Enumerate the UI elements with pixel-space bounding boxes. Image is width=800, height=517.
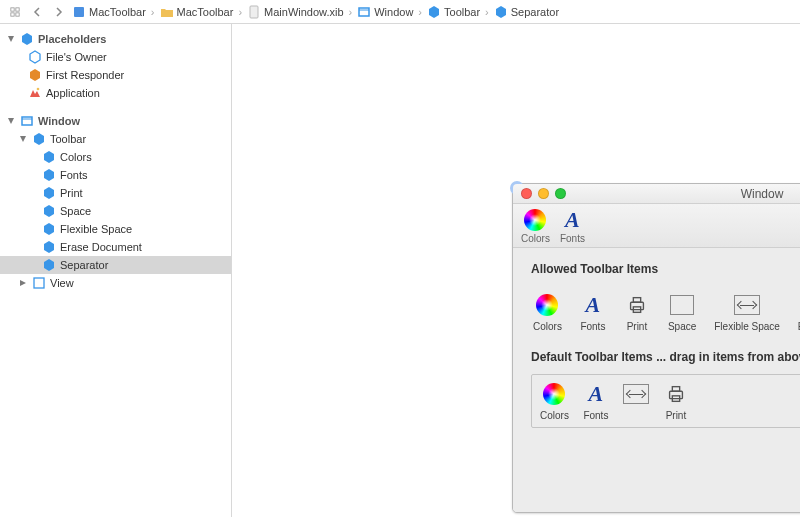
file-icon — [247, 5, 261, 19]
outline-fonts[interactable]: Fonts — [0, 166, 231, 184]
svg-rect-9 — [22, 117, 32, 125]
ib-canvas[interactable]: × Window Colors AFonts Print — [232, 24, 800, 517]
outline-first-responder[interactable]: First Responder — [0, 66, 231, 84]
back-button[interactable] — [28, 3, 46, 21]
disclosure-triangle-icon[interactable] — [18, 278, 28, 288]
default-title: Default Toolbar Items ... drag in items … — [531, 350, 800, 364]
disclosure-triangle-icon[interactable] — [18, 134, 28, 144]
cube-icon — [494, 5, 508, 19]
outline-view[interactable]: View — [0, 274, 231, 292]
traffic-lights — [521, 188, 566, 199]
document-outline: Placeholders File's Owner First Responde… — [0, 24, 232, 517]
cube-icon — [42, 186, 56, 200]
svg-rect-1 — [16, 7, 19, 10]
toolbar-fonts[interactable]: AFonts — [560, 208, 585, 244]
printer-icon — [624, 292, 650, 318]
allowed-title: Allowed Toolbar Items — [531, 262, 800, 276]
crumb-window[interactable]: Window — [357, 5, 413, 19]
related-items-icon[interactable] — [6, 3, 24, 21]
cube-icon — [42, 222, 56, 236]
default-fonts[interactable]: AFonts — [583, 381, 609, 421]
outline-colors[interactable]: Colors — [0, 148, 231, 166]
default-flexible-space[interactable] — [623, 381, 649, 421]
forward-button[interactable] — [50, 3, 68, 21]
cube-icon — [42, 150, 56, 164]
fonts-a-icon: A — [586, 292, 601, 318]
view-icon — [32, 276, 46, 290]
chevron-right-icon: › — [149, 6, 157, 18]
outline-separator[interactable]: Separator — [0, 256, 231, 274]
outline-application[interactable]: Application — [0, 84, 231, 102]
allowed-items-row: Colors AFonts Print Space Flexible Space… — [531, 286, 800, 340]
crumb-xib[interactable]: MainWindow.xib — [247, 5, 343, 19]
space-box-icon — [670, 295, 694, 315]
flexible-space-icon — [623, 384, 649, 404]
default-items-box[interactable]: Colors AFonts Print — [531, 374, 800, 428]
svg-rect-2 — [11, 12, 14, 15]
svg-point-8 — [37, 88, 40, 91]
cube-icon — [42, 168, 56, 182]
cube-outline-icon — [28, 50, 42, 64]
fonts-a-icon: A — [589, 381, 604, 407]
disclosure-triangle-icon[interactable] — [6, 34, 16, 44]
folder-icon — [160, 5, 174, 19]
printer-icon — [663, 381, 689, 407]
cube-icon — [427, 5, 441, 19]
project-icon — [72, 5, 86, 19]
svg-rect-23 — [669, 391, 682, 398]
window-icon — [20, 114, 34, 128]
toolbar-config-sheet: Allowed Toolbar Items Colors AFonts Prin… — [513, 248, 800, 512]
default-print[interactable]: Print — [663, 381, 689, 421]
cube-icon — [42, 258, 56, 272]
allowed-space[interactable]: Space — [668, 292, 696, 332]
placeholders-header[interactable]: Placeholders — [0, 30, 231, 48]
svg-rect-0 — [11, 7, 14, 10]
window-header[interactable]: Window — [0, 112, 231, 130]
crumb-project[interactable]: MacToolbar — [72, 5, 146, 19]
outline-flexible-space[interactable]: Flexible Space — [0, 220, 231, 238]
outline-toolbar[interactable]: Toolbar — [0, 130, 231, 148]
crumb-folder[interactable]: MacToolbar — [160, 5, 234, 19]
outline-files-owner[interactable]: File's Owner — [0, 48, 231, 66]
chevron-right-icon: › — [236, 6, 244, 18]
outline-erase-document[interactable]: Erase Document — [0, 238, 231, 256]
chevron-right-icon: › — [483, 6, 491, 18]
cube-icon — [42, 240, 56, 254]
cube-icon — [28, 68, 42, 82]
chevron-right-icon: › — [347, 6, 355, 18]
svg-rect-3 — [16, 12, 19, 15]
flexible-space-icon — [734, 295, 760, 315]
allowed-flexible-space[interactable]: Flexible Space — [714, 292, 780, 332]
outline-print[interactable]: Print — [0, 184, 231, 202]
breadcrumb[interactable]: MacToolbar › MacToolbar › MainWindow.xib… — [72, 5, 559, 19]
window-mock[interactable]: × Window Colors AFonts Print — [512, 183, 800, 513]
allowed-colors[interactable]: Colors — [533, 292, 562, 332]
zoom-dot-icon[interactable] — [555, 188, 566, 199]
disclosure-triangle-icon[interactable] — [6, 116, 16, 126]
color-wheel-icon — [543, 383, 565, 405]
color-wheel-icon — [524, 209, 546, 231]
crumb-separator[interactable]: Separator — [494, 5, 559, 19]
jump-bar: MacToolbar › MacToolbar › MainWindow.xib… — [0, 0, 800, 24]
svg-rect-15 — [630, 302, 643, 309]
minimize-dot-icon[interactable] — [538, 188, 549, 199]
cube-icon — [20, 32, 34, 46]
allowed-print[interactable]: Print — [624, 292, 650, 332]
color-wheel-icon — [536, 294, 558, 316]
crumb-toolbar[interactable]: Toolbar — [427, 5, 480, 19]
window-toolbar: Colors AFonts Print — [513, 204, 800, 248]
svg-rect-24 — [672, 387, 679, 392]
cube-icon — [32, 132, 46, 146]
window-titlebar[interactable]: Window — [513, 184, 800, 204]
toolbar-colors[interactable]: Colors — [521, 208, 550, 244]
svg-rect-4 — [74, 7, 84, 17]
close-dot-icon[interactable] — [521, 188, 532, 199]
outline-space[interactable]: Space — [0, 202, 231, 220]
allowed-fonts[interactable]: AFonts — [580, 292, 606, 332]
svg-rect-6 — [359, 8, 369, 16]
fonts-a-icon: A — [565, 207, 580, 233]
svg-rect-11 — [34, 278, 44, 288]
window-icon — [357, 5, 371, 19]
default-colors[interactable]: Colors — [540, 381, 569, 421]
window-label: Window — [38, 115, 80, 127]
